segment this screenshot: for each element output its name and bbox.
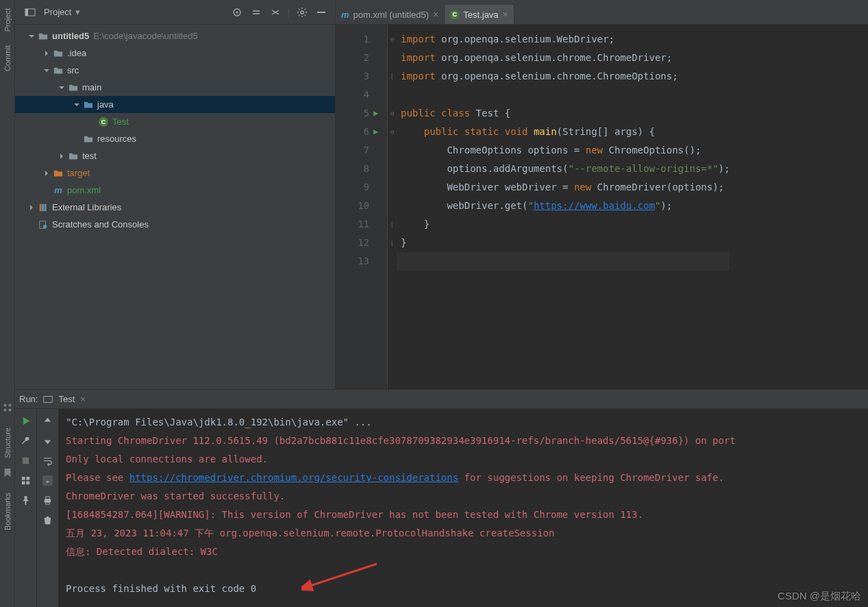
module-icon [37,32,49,41]
svg-rect-18 [26,477,29,480]
tree-test-dir[interactable]: test [15,147,335,164]
layout-icon[interactable] [21,475,31,486]
chevron-down-icon [73,101,81,109]
tree-target[interactable]: target [15,164,335,182]
project-view-icon [25,7,36,18]
svg-rect-9 [317,12,325,13]
tool-structure-label[interactable]: Structure [3,428,12,458]
svg-rect-17 [22,477,25,480]
run-label: Run: [19,394,38,404]
up-icon[interactable] [42,416,53,426]
svg-rect-11 [42,203,44,211]
close-icon[interactable]: × [433,9,438,20]
bookmarks-icon[interactable] [3,468,12,478]
tree-test-class[interactable]: C Test [15,113,335,130]
tree-java[interactable]: java [15,96,335,113]
code-area[interactable]: 12345678910111213 ▶▶ ⊖⌊⊖⊖⌊⌊ import org.o… [336,25,868,389]
run-toolbar-right [37,409,59,607]
run-header: Run: Test × [15,390,868,409]
stop-icon[interactable] [21,456,31,466]
tree-scratches[interactable]: Scratches and Consoles [15,216,335,233]
project-header: Project ▾ | [15,0,335,25]
maven-icon: m [341,10,349,20]
close-icon[interactable]: × [503,9,508,20]
source-folder-icon [82,100,95,110]
chevron-right-icon [42,49,51,58]
hide-icon[interactable] [316,7,327,18]
tree-resources[interactable]: resources [15,130,335,147]
gear-icon[interactable] [297,7,308,18]
run-toolbar-left [15,409,37,607]
close-icon[interactable]: × [80,394,86,404]
structure-icon[interactable] [3,403,12,412]
fold-gutter[interactable]: ⊖⌊⊖⊖⌊⌊ [387,25,397,389]
run-config-icon [43,395,53,404]
java-class-icon: C [450,10,459,19]
run-line-marker-icon[interactable]: ▶ [373,123,387,141]
svg-point-8 [301,10,303,13]
svg-rect-19 [22,481,25,484]
wrench-icon[interactable] [21,436,31,446]
collapse-all-icon[interactable] [270,7,281,18]
maven-icon: m [52,185,64,195]
watermark: CSDN @是烟花哈 [778,590,861,603]
svg-rect-0 [3,404,6,407]
resources-folder-icon [82,134,95,144]
tool-bookmarks-label[interactable]: Bookmarks [3,493,12,530]
tool-project-label[interactable]: Project [3,8,12,32]
svg-rect-23 [46,502,50,504]
folder-icon [52,49,64,58]
project-tree[interactable]: untitled5 E:\code\javacode\untitled5 .id… [15,25,335,236]
svg-rect-10 [40,203,42,211]
tree-main[interactable]: main [15,79,335,96]
svg-rect-20 [26,481,29,484]
svg-rect-12 [45,203,47,211]
tool-commit-label[interactable]: Commit [3,45,12,71]
editor-tabs: m pom.xml (untitled5) × C Test.java × [336,0,868,25]
dropdown-icon[interactable]: ▾ [75,7,80,17]
pin-icon[interactable] [21,495,31,506]
line-numbers: 12345678910111213 [336,25,373,389]
svg-point-7 [236,11,238,13]
run-gutter[interactable]: ▶▶ [373,25,387,389]
svg-rect-15 [44,396,52,402]
tree-pom[interactable]: m pom.xml [15,182,335,199]
scroll-to-end-icon[interactable] [42,475,53,486]
tab-pom[interactable]: m pom.xml (untitled5) × [336,5,445,24]
run-line-marker-icon[interactable]: ▶ [373,104,387,123]
tree-idea[interactable]: .idea [15,45,335,62]
svg-rect-5 [25,9,28,16]
svg-rect-21 [45,499,51,503]
tree-external-libs[interactable]: External Libraries [15,199,335,216]
trash-icon[interactable] [42,515,53,525]
project-panel: Project ▾ | untitled5 E:\code\javacode\u… [15,0,336,389]
expand-all-icon[interactable] [251,7,262,18]
svg-point-14 [43,225,47,228]
chevron-down-icon [42,66,51,75]
svg-rect-16 [23,458,29,464]
run-tool-window: Run: Test × "C:\Program Files\Java\jdk1.… [15,389,868,607]
folder-icon [67,151,79,161]
console-output[interactable]: "C:\Program Files\Java\jdk1.8.0_192\bin\… [59,409,868,607]
locate-icon[interactable] [232,7,243,18]
folder-icon [52,66,64,75]
chevron-down-icon [27,32,36,40]
java-class-icon: C [97,117,110,127]
print-icon[interactable] [42,495,53,506]
scratches-icon [37,220,49,230]
code-content[interactable]: import org.openqa.selenium.WebDriver; im… [397,25,730,389]
chevron-down-icon [58,84,66,92]
tree-root[interactable]: untitled5 E:\code\javacode\untitled5 [15,27,335,45]
tab-test[interactable]: C Test.java × [445,5,514,24]
svg-rect-2 [3,409,6,412]
excluded-folder-icon [52,169,64,178]
run-config-name[interactable]: Test [58,394,75,404]
soft-wrap-icon[interactable] [42,456,53,466]
tree-src[interactable]: src [15,62,335,79]
project-title[interactable]: Project [44,7,71,17]
svg-rect-1 [8,404,11,407]
chevron-right-icon [58,152,66,160]
down-icon[interactable] [42,436,53,446]
rerun-icon[interactable] [21,416,31,426]
svg-rect-3 [8,409,11,412]
